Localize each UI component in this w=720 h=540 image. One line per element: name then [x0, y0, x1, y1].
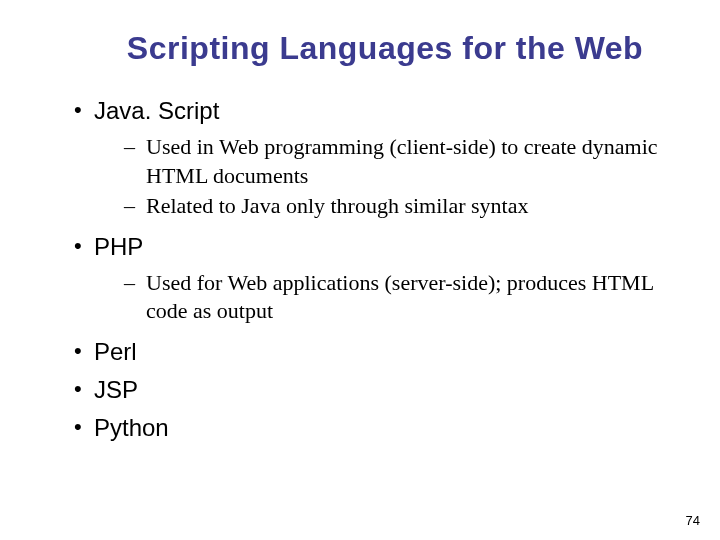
sub-item: Used for Web applications (server-side);… — [124, 269, 670, 326]
sub-item: Related to Java only through similar syn… — [124, 192, 670, 221]
bullet-list: Java. Script Used in Web programming (cl… — [70, 97, 670, 442]
bullet-perl: Perl — [70, 338, 670, 366]
bullet-jsp: JSP — [70, 376, 670, 404]
bullet-label: Java. Script — [94, 97, 219, 124]
bullet-javascript: Java. Script Used in Web programming (cl… — [70, 97, 670, 221]
bullet-php: PHP Used for Web applications (server-si… — [70, 233, 670, 326]
sub-item: Used in Web programming (client-side) to… — [124, 133, 670, 190]
sub-list: Used for Web applications (server-side);… — [94, 269, 670, 326]
bullet-label: JSP — [94, 376, 138, 403]
bullet-label: Perl — [94, 338, 137, 365]
page-number: 74 — [686, 513, 700, 528]
bullet-label: PHP — [94, 233, 143, 260]
bullet-label: Python — [94, 414, 169, 441]
slide-title: Scripting Languages for the Web — [100, 30, 670, 67]
sub-list: Used in Web programming (client-side) to… — [94, 133, 670, 221]
bullet-python: Python — [70, 414, 670, 442]
